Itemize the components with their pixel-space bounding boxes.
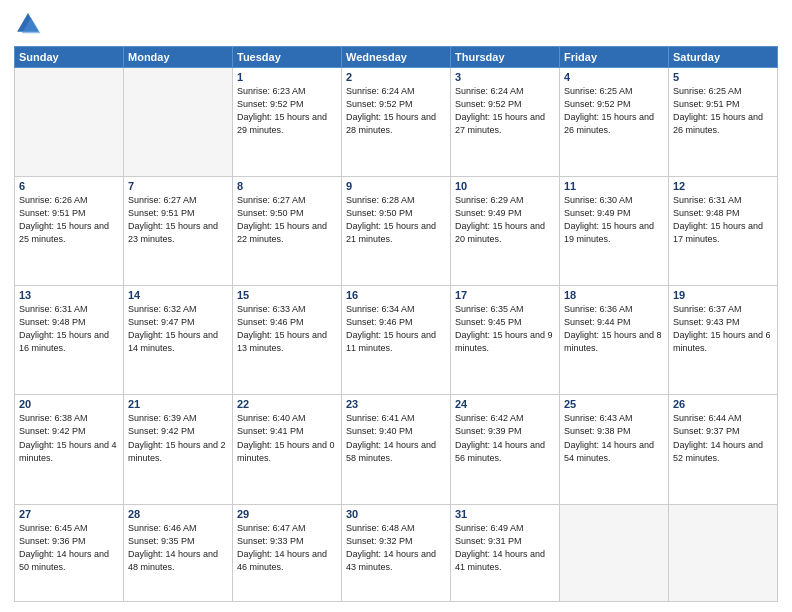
weekday-header-row: SundayMondayTuesdayWednesdayThursdayFrid… xyxy=(15,47,778,68)
calendar-cell: 28Sunrise: 6:46 AMSunset: 9:35 PMDayligh… xyxy=(124,504,233,601)
calendar-cell: 2Sunrise: 6:24 AMSunset: 9:52 PMDaylight… xyxy=(342,68,451,177)
day-info: Sunrise: 6:37 AMSunset: 9:43 PMDaylight:… xyxy=(673,303,773,355)
calendar-cell: 8Sunrise: 6:27 AMSunset: 9:50 PMDaylight… xyxy=(233,177,342,286)
day-info: Sunrise: 6:34 AMSunset: 9:46 PMDaylight:… xyxy=(346,303,446,355)
day-info: Sunrise: 6:24 AMSunset: 9:52 PMDaylight:… xyxy=(346,85,446,137)
calendar-cell: 21Sunrise: 6:39 AMSunset: 9:42 PMDayligh… xyxy=(124,395,233,504)
day-info: Sunrise: 6:31 AMSunset: 9:48 PMDaylight:… xyxy=(19,303,119,355)
calendar-cell: 31Sunrise: 6:49 AMSunset: 9:31 PMDayligh… xyxy=(451,504,560,601)
day-number: 23 xyxy=(346,398,446,410)
day-info: Sunrise: 6:27 AMSunset: 9:50 PMDaylight:… xyxy=(237,194,337,246)
calendar-cell: 1Sunrise: 6:23 AMSunset: 9:52 PMDaylight… xyxy=(233,68,342,177)
day-number: 21 xyxy=(128,398,228,410)
day-info: Sunrise: 6:35 AMSunset: 9:45 PMDaylight:… xyxy=(455,303,555,355)
calendar: SundayMondayTuesdayWednesdayThursdayFrid… xyxy=(14,46,778,602)
calendar-cell: 29Sunrise: 6:47 AMSunset: 9:33 PMDayligh… xyxy=(233,504,342,601)
day-number: 18 xyxy=(564,289,664,301)
day-number: 12 xyxy=(673,180,773,192)
day-info: Sunrise: 6:49 AMSunset: 9:31 PMDaylight:… xyxy=(455,522,555,574)
calendar-cell: 18Sunrise: 6:36 AMSunset: 9:44 PMDayligh… xyxy=(560,286,669,395)
calendar-cell: 11Sunrise: 6:30 AMSunset: 9:49 PMDayligh… xyxy=(560,177,669,286)
day-number: 3 xyxy=(455,71,555,83)
day-info: Sunrise: 6:43 AMSunset: 9:38 PMDaylight:… xyxy=(564,412,664,464)
calendar-cell: 3Sunrise: 6:24 AMSunset: 9:52 PMDaylight… xyxy=(451,68,560,177)
day-info: Sunrise: 6:39 AMSunset: 9:42 PMDaylight:… xyxy=(128,412,228,464)
day-number: 9 xyxy=(346,180,446,192)
calendar-cell: 13Sunrise: 6:31 AMSunset: 9:48 PMDayligh… xyxy=(15,286,124,395)
day-number: 26 xyxy=(673,398,773,410)
day-info: Sunrise: 6:29 AMSunset: 9:49 PMDaylight:… xyxy=(455,194,555,246)
weekday-header-thursday: Thursday xyxy=(451,47,560,68)
day-info: Sunrise: 6:41 AMSunset: 9:40 PMDaylight:… xyxy=(346,412,446,464)
day-info: Sunrise: 6:47 AMSunset: 9:33 PMDaylight:… xyxy=(237,522,337,574)
day-info: Sunrise: 6:26 AMSunset: 9:51 PMDaylight:… xyxy=(19,194,119,246)
day-info: Sunrise: 6:27 AMSunset: 9:51 PMDaylight:… xyxy=(128,194,228,246)
calendar-cell: 19Sunrise: 6:37 AMSunset: 9:43 PMDayligh… xyxy=(669,286,778,395)
calendar-cell: 12Sunrise: 6:31 AMSunset: 9:48 PMDayligh… xyxy=(669,177,778,286)
calendar-cell: 25Sunrise: 6:43 AMSunset: 9:38 PMDayligh… xyxy=(560,395,669,504)
day-info: Sunrise: 6:42 AMSunset: 9:39 PMDaylight:… xyxy=(455,412,555,464)
weekday-header-wednesday: Wednesday xyxy=(342,47,451,68)
day-info: Sunrise: 6:32 AMSunset: 9:47 PMDaylight:… xyxy=(128,303,228,355)
calendar-cell: 20Sunrise: 6:38 AMSunset: 9:42 PMDayligh… xyxy=(15,395,124,504)
day-info: Sunrise: 6:25 AMSunset: 9:52 PMDaylight:… xyxy=(564,85,664,137)
day-info: Sunrise: 6:25 AMSunset: 9:51 PMDaylight:… xyxy=(673,85,773,137)
day-number: 14 xyxy=(128,289,228,301)
day-info: Sunrise: 6:24 AMSunset: 9:52 PMDaylight:… xyxy=(455,85,555,137)
day-info: Sunrise: 6:31 AMSunset: 9:48 PMDaylight:… xyxy=(673,194,773,246)
logo xyxy=(14,10,46,38)
day-info: Sunrise: 6:28 AMSunset: 9:50 PMDaylight:… xyxy=(346,194,446,246)
day-number: 20 xyxy=(19,398,119,410)
day-number: 19 xyxy=(673,289,773,301)
day-number: 28 xyxy=(128,508,228,520)
calendar-cell: 5Sunrise: 6:25 AMSunset: 9:51 PMDaylight… xyxy=(669,68,778,177)
day-number: 6 xyxy=(19,180,119,192)
calendar-cell xyxy=(124,68,233,177)
day-number: 4 xyxy=(564,71,664,83)
week-row-3: 13Sunrise: 6:31 AMSunset: 9:48 PMDayligh… xyxy=(15,286,778,395)
calendar-cell: 16Sunrise: 6:34 AMSunset: 9:46 PMDayligh… xyxy=(342,286,451,395)
weekday-header-sunday: Sunday xyxy=(15,47,124,68)
calendar-cell: 30Sunrise: 6:48 AMSunset: 9:32 PMDayligh… xyxy=(342,504,451,601)
calendar-cell: 9Sunrise: 6:28 AMSunset: 9:50 PMDaylight… xyxy=(342,177,451,286)
day-number: 25 xyxy=(564,398,664,410)
calendar-cell: 27Sunrise: 6:45 AMSunset: 9:36 PMDayligh… xyxy=(15,504,124,601)
day-info: Sunrise: 6:45 AMSunset: 9:36 PMDaylight:… xyxy=(19,522,119,574)
calendar-cell: 6Sunrise: 6:26 AMSunset: 9:51 PMDaylight… xyxy=(15,177,124,286)
day-number: 1 xyxy=(237,71,337,83)
weekday-header-monday: Monday xyxy=(124,47,233,68)
calendar-cell: 17Sunrise: 6:35 AMSunset: 9:45 PMDayligh… xyxy=(451,286,560,395)
weekday-header-saturday: Saturday xyxy=(669,47,778,68)
day-info: Sunrise: 6:36 AMSunset: 9:44 PMDaylight:… xyxy=(564,303,664,355)
day-number: 13 xyxy=(19,289,119,301)
week-row-5: 27Sunrise: 6:45 AMSunset: 9:36 PMDayligh… xyxy=(15,504,778,601)
day-info: Sunrise: 6:38 AMSunset: 9:42 PMDaylight:… xyxy=(19,412,119,464)
day-info: Sunrise: 6:33 AMSunset: 9:46 PMDaylight:… xyxy=(237,303,337,355)
calendar-cell: 10Sunrise: 6:29 AMSunset: 9:49 PMDayligh… xyxy=(451,177,560,286)
calendar-cell: 23Sunrise: 6:41 AMSunset: 9:40 PMDayligh… xyxy=(342,395,451,504)
day-number: 15 xyxy=(237,289,337,301)
weekday-header-tuesday: Tuesday xyxy=(233,47,342,68)
weekday-header-friday: Friday xyxy=(560,47,669,68)
day-number: 16 xyxy=(346,289,446,301)
calendar-cell xyxy=(669,504,778,601)
day-info: Sunrise: 6:30 AMSunset: 9:49 PMDaylight:… xyxy=(564,194,664,246)
day-info: Sunrise: 6:40 AMSunset: 9:41 PMDaylight:… xyxy=(237,412,337,464)
day-number: 27 xyxy=(19,508,119,520)
calendar-cell xyxy=(15,68,124,177)
header xyxy=(14,10,778,38)
day-number: 17 xyxy=(455,289,555,301)
day-number: 31 xyxy=(455,508,555,520)
calendar-cell: 24Sunrise: 6:42 AMSunset: 9:39 PMDayligh… xyxy=(451,395,560,504)
day-number: 30 xyxy=(346,508,446,520)
day-number: 8 xyxy=(237,180,337,192)
week-row-4: 20Sunrise: 6:38 AMSunset: 9:42 PMDayligh… xyxy=(15,395,778,504)
day-info: Sunrise: 6:44 AMSunset: 9:37 PMDaylight:… xyxy=(673,412,773,464)
day-info: Sunrise: 6:48 AMSunset: 9:32 PMDaylight:… xyxy=(346,522,446,574)
calendar-cell xyxy=(560,504,669,601)
day-number: 22 xyxy=(237,398,337,410)
day-number: 11 xyxy=(564,180,664,192)
logo-icon xyxy=(14,10,42,38)
page: SundayMondayTuesdayWednesdayThursdayFrid… xyxy=(0,0,792,612)
week-row-1: 1Sunrise: 6:23 AMSunset: 9:52 PMDaylight… xyxy=(15,68,778,177)
